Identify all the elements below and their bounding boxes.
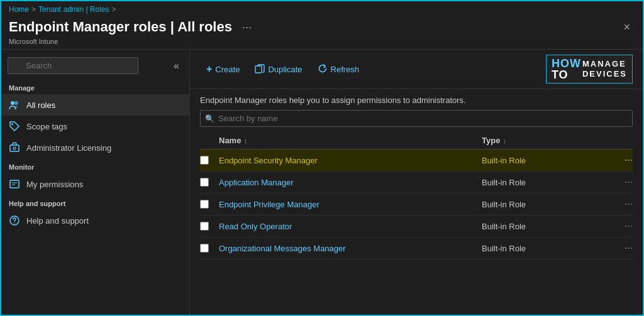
page-subtitle: Microsoft Intune [9,38,635,49]
row-name-4[interactable]: Read Only Operator [219,222,482,231]
row-actions-4[interactable]: ··· [608,221,633,232]
table-row[interactable]: Endpoint Privilege Manager Built-in Role… [200,193,633,215]
sidebar-scope-tags-label: Scope tags [26,122,67,131]
manage-section-label: Manage [1,79,189,94]
sidebar-my-permissions-label: My permissions [26,180,83,189]
row-actions-2[interactable]: ··· [608,177,633,188]
breadcrumb-tenant-admin[interactable]: Tenant admin | Roles [38,5,109,14]
page-title: Endpoint Manager roles | All roles [9,19,232,35]
type-column-header[interactable]: Type ↕ [482,136,608,145]
table-row[interactable]: Read Only Operator Built-in Role ··· [200,215,633,237]
row-type-1: Built-in Role [482,156,608,165]
breadcrumb: Home > Tenant admin | Roles > [9,5,635,16]
row-name-1[interactable]: Endpoint Security Manager [219,156,482,165]
refresh-button[interactable]: Refresh [311,61,366,78]
row-type-2: Built-in Role [482,178,608,187]
my-permissions-icon [9,178,20,190]
create-button[interactable]: + Create [200,61,246,77]
svg-point-0 [11,101,14,105]
sidebar-item-my-permissions[interactable]: My permissions [1,173,189,195]
table-header: Name ↕ Type ↕ [200,132,633,150]
table-row[interactable]: Organizational Messages Manager Built-in… [200,237,633,259]
duplicate-icon [255,63,265,75]
row-actions-5[interactable]: ··· [608,242,633,254]
row-checkbox-2[interactable] [200,178,209,187]
row-actions-3[interactable]: ··· [608,199,633,210]
all-roles-icon [9,99,20,111]
name-column-header[interactable]: Name ↕ [219,136,482,145]
svg-point-1 [14,101,18,105]
ellipsis-button[interactable]: ··· [238,19,255,35]
svg-point-2 [11,123,13,125]
sidebar-help-support-label: Help and support [26,216,89,226]
roles-table: Name ↕ Type ↕ Endpoint Security Manager … [200,132,633,315]
table-row[interactable]: Endpoint Security Manager Built-in Role … [200,150,633,172]
row-name-2[interactable]: Application Manager [219,178,482,187]
brand-logo: HOWTO MANAGEDEVICES [546,55,633,84]
scope-tags-icon [9,121,20,132]
content-area: + Create Duplicate [190,50,643,315]
duplicate-button[interactable]: Duplicate [248,61,308,78]
search-name-input[interactable] [200,110,633,127]
row-checkbox-4[interactable] [200,222,209,231]
svg-rect-3 [10,145,19,151]
help-support-icon [9,215,20,226]
sidebar-search-input[interactable] [8,57,138,74]
row-checkbox-1[interactable] [200,156,209,165]
svg-rect-10 [255,66,262,73]
row-type-3: Built-in Role [482,200,608,209]
sidebar-item-admin-licensing[interactable]: Administrator Licensing [1,137,189,158]
help-section-label: Help and support [1,195,189,210]
svg-point-9 [14,222,15,224]
svg-point-4 [13,147,16,150]
svg-rect-5 [10,180,19,188]
sidebar-collapse-button[interactable]: « [170,59,183,73]
create-label: Create [215,65,240,74]
search-name-icon: 🔍 [205,114,214,123]
sidebar-item-scope-tags[interactable]: Scope tags [1,116,189,137]
row-checkbox-5[interactable] [200,244,209,253]
table-row[interactable]: Application Manager Built-in Role ··· [200,172,633,193]
row-type-5: Built-in Role [482,244,608,253]
name-sort-icon: ↕ [243,137,247,144]
sidebar-item-all-roles[interactable]: All roles [1,94,189,116]
row-name-5[interactable]: Organizational Messages Manager [219,244,482,253]
row-type-4: Built-in Role [482,222,608,231]
duplicate-label: Duplicate [268,65,302,74]
monitor-section-label: Monitor [1,158,189,173]
row-checkbox-3[interactable] [200,200,209,209]
toolbar: + Create Duplicate [190,50,643,89]
sidebar: 🔍 « Manage All roles [1,50,190,315]
refresh-icon [318,63,328,75]
row-actions-1[interactable]: ··· [608,155,633,166]
create-icon: + [206,63,212,75]
row-name-3[interactable]: Endpoint Privilege Manager [219,200,482,209]
description-text: Endpoint Manager roles help you to assig… [190,89,643,110]
close-button[interactable]: × [618,19,635,35]
sidebar-admin-licensing-label: Administrator Licensing [26,143,111,153]
admin-licensing-icon [9,142,20,153]
sidebar-all-roles-label: All roles [26,101,55,110]
type-sort-icon: ↕ [502,137,506,144]
refresh-label: Refresh [331,65,360,74]
breadcrumb-home[interactable]: Home [9,5,29,14]
sidebar-item-help-support[interactable]: Help and support [1,210,189,231]
